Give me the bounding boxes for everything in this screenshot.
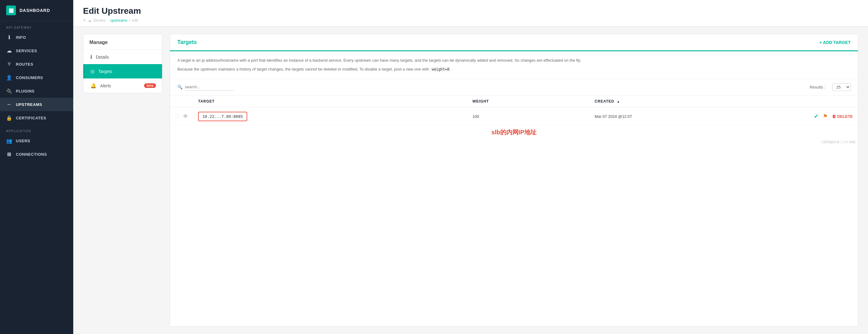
alerts-manage-icon: 🔔 bbox=[90, 83, 96, 89]
favorite-icon[interactable]: ♡ bbox=[175, 113, 180, 120]
connections-icon: ⊞ bbox=[6, 151, 12, 157]
sidebar-item-label-connections: CONNECTIONS bbox=[16, 152, 47, 157]
breadcrumb-current: edit bbox=[132, 18, 138, 23]
row-left-actions: ♡ 👁 bbox=[170, 107, 193, 125]
results-per-page-select[interactable]: 25 50 100 bbox=[832, 83, 850, 91]
sidebar: ▦ DASHBOARD API GATEWAY ℹ INFO ☁ SERVICE… bbox=[0, 0, 73, 334]
description-end: . bbox=[452, 67, 453, 71]
flag-icon[interactable]: ⚑ bbox=[823, 113, 828, 120]
table-header-row: TARGET WEIGHT CREATED ▲ bbox=[170, 96, 858, 108]
delete-label: DELETE bbox=[837, 114, 853, 119]
targets-title: Targets bbox=[177, 39, 197, 45]
targets-header: Targets + ADD TARGET bbox=[170, 34, 858, 51]
sidebar-item-label-routes: ROUTES bbox=[16, 62, 33, 66]
routes-icon: ⑂ bbox=[6, 61, 12, 67]
search-container: 🔍 bbox=[177, 83, 245, 91]
delete-button[interactable]: 🗑 DELETE bbox=[832, 114, 853, 119]
row-right-actions: ✔ ⚑ 🗑 DELETE bbox=[809, 107, 858, 125]
sort-icon: ▲ bbox=[617, 100, 620, 103]
manage-item-details[interactable]: ℹ Details bbox=[83, 50, 162, 64]
info-icon: ℹ bbox=[6, 34, 12, 40]
description-text-2: Because the upstream maintains a history… bbox=[177, 67, 429, 71]
sidebar-item-plugins[interactable]: 🔌 PLUGINS bbox=[0, 84, 73, 98]
breadcrumb-separator: / bbox=[129, 18, 130, 23]
breadcrumb-sep1 bbox=[107, 18, 108, 23]
annotation-text: slb的内网IP地址 bbox=[170, 126, 858, 139]
target-cell: 10.22...7.89:8085 bbox=[193, 107, 468, 125]
sidebar-logo-text: DASHBOARD bbox=[20, 8, 50, 13]
sidebar-item-label-users: USERS bbox=[16, 139, 30, 143]
sidebar-item-users[interactable]: 👥 USERS bbox=[0, 134, 73, 148]
trash-icon: 🗑 bbox=[832, 114, 836, 119]
manage-item-label-alerts: Alerts bbox=[100, 83, 111, 88]
manage-item-label-targets: Targets bbox=[98, 69, 112, 74]
created-cell: Mar 07 2024 @12:07 bbox=[590, 107, 809, 125]
results-label: Results : bbox=[810, 85, 828, 89]
sidebar-item-label-certificates: CERTIFICATES bbox=[16, 116, 46, 120]
page-title: Edit Upstream bbox=[83, 6, 858, 16]
sidebar-section-label-1: APPLICATION bbox=[0, 125, 73, 134]
sidebar-item-upstreams[interactable]: ↔ UPSTREAMS bbox=[0, 98, 73, 111]
table-row: ♡ 👁 10.22...7.89:8085100Mar 07 2024 @12:… bbox=[170, 107, 858, 125]
sidebar-item-routes[interactable]: ⑂ ROUTES bbox=[0, 57, 73, 71]
breadcrumb-service-label: Service bbox=[93, 18, 105, 23]
main-content: Edit Upstream ↻ ☁ Service upstreams / ed… bbox=[73, 0, 868, 334]
sidebar-item-label-plugins: PLUGINS bbox=[16, 89, 34, 93]
description-para-2: Because the upstream maintains a history… bbox=[177, 66, 850, 73]
sidebar-logo[interactable]: ▦ DASHBOARD bbox=[0, 0, 73, 21]
weight-cell: 100 bbox=[468, 107, 590, 125]
manage-panel-title: Manage bbox=[83, 34, 162, 50]
targets-description: A target is an ip address/hostname with … bbox=[170, 51, 858, 79]
manage-item-badge-alerts: beta bbox=[144, 83, 156, 88]
sidebar-section-label-0: API GATEWAY bbox=[0, 21, 73, 31]
description-code: weight=0 bbox=[430, 67, 451, 72]
sidebar-item-consumers[interactable]: 👤 CONSUMERS bbox=[0, 71, 73, 84]
main-body: Manage ℹ Details ◎ Targets 🔔 Alerts beta… bbox=[73, 27, 868, 334]
sidebar-item-connections[interactable]: ⊞ CONNECTIONS bbox=[0, 148, 73, 161]
breadcrumb: ↻ ☁ Service upstreams / edit bbox=[83, 18, 858, 23]
view-icon[interactable]: 👁 bbox=[183, 113, 188, 120]
col-row-actions bbox=[809, 96, 858, 108]
breadcrumb-service-icon: ☁ bbox=[88, 18, 92, 23]
certificates-icon: 🔒 bbox=[6, 115, 12, 121]
services-icon: ☁ bbox=[6, 48, 12, 54]
sidebar-item-certificates[interactable]: 🔒 CERTIFICATES bbox=[0, 111, 73, 125]
users-icon: 👥 bbox=[6, 138, 12, 144]
breadcrumb-upstreams-link[interactable]: upstreams bbox=[110, 18, 127, 23]
sidebar-item-label-upstreams: UPSTREAMS bbox=[16, 102, 42, 107]
consumers-icon: 👤 bbox=[6, 74, 12, 81]
page-header: Edit Upstream ↻ ☁ Service upstreams / ed… bbox=[73, 0, 868, 27]
details-manage-icon: ℹ bbox=[90, 54, 92, 60]
add-target-button[interactable]: + ADD TARGET bbox=[819, 40, 850, 45]
targets-toolbar: 🔍 Results : 25 50 100 bbox=[170, 79, 858, 96]
sidebar-item-label-info: INFO bbox=[16, 35, 26, 40]
manage-item-alerts[interactable]: 🔔 Alerts beta bbox=[83, 79, 162, 93]
manage-panel: Manage ℹ Details ◎ Targets 🔔 Alerts beta bbox=[83, 34, 162, 93]
col-target: TARGET bbox=[193, 96, 468, 108]
sidebar-item-label-consumers: CONSUMERS bbox=[16, 75, 43, 80]
check-icon[interactable]: ✔ bbox=[814, 113, 818, 120]
targets-table: TARGET WEIGHT CREATED ▲ ♡ 👁 bbox=[170, 96, 858, 126]
manage-item-label-details: Details bbox=[96, 55, 109, 60]
manage-item-targets[interactable]: ◎ Targets bbox=[83, 64, 162, 79]
target-value: 10.22...7.89:8085 bbox=[198, 112, 247, 121]
sidebar-item-info[interactable]: ℹ INFO bbox=[0, 31, 73, 44]
targets-panel: Targets + ADD TARGET A target is an ip a… bbox=[170, 34, 858, 327]
sidebar-item-label-services: SERVICES bbox=[16, 49, 37, 53]
plugins-icon: 🔌 bbox=[6, 88, 12, 94]
dashboard-icon: ▦ bbox=[6, 5, 16, 15]
col-actions-left bbox=[170, 96, 193, 108]
search-icon: 🔍 bbox=[177, 85, 183, 89]
targets-manage-icon: ◎ bbox=[90, 68, 95, 74]
description-para-1: A target is an ip address/hostname with … bbox=[177, 57, 850, 64]
col-weight: WEIGHT bbox=[468, 96, 590, 108]
col-created[interactable]: CREATED ▲ bbox=[590, 96, 809, 108]
breadcrumb-icon: ↻ bbox=[83, 18, 86, 23]
upstreams-icon: ↔ bbox=[6, 101, 12, 108]
search-input[interactable] bbox=[185, 83, 234, 91]
sidebar-item-services[interactable]: ☁ SERVICES bbox=[0, 44, 73, 57]
watermark: CSDN@天草二十六·阿柯 bbox=[170, 139, 858, 146]
